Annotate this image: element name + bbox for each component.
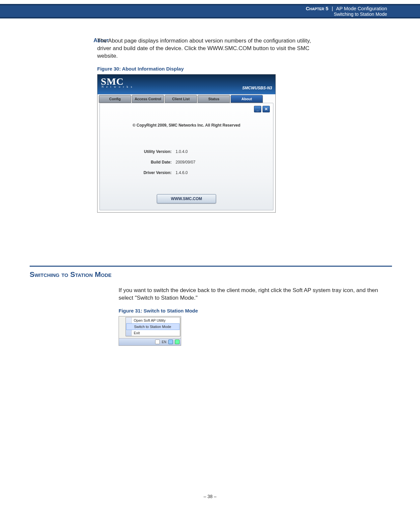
tray-icon[interactable]	[168, 340, 173, 344]
row-build-date: Build Date: 2009/09/07	[136, 160, 209, 164]
utility-version-label: Utility Version:	[136, 149, 176, 154]
page-number: – 38 –	[0, 494, 420, 499]
header-pipe: |	[332, 6, 333, 11]
minimize-button[interactable]: _	[254, 106, 261, 112]
build-date-label: Build Date:	[136, 160, 176, 164]
driver-version-value: 1.4.6.0	[176, 170, 209, 175]
tray-lang: EN	[162, 340, 166, 344]
model-label: SMCWUSBS-N3	[242, 86, 272, 90]
menu-exit[interactable]: Exit	[126, 330, 180, 336]
tab-access-control[interactable]: Access Control	[132, 95, 164, 103]
section-divider	[30, 266, 392, 267]
utility-version-value: 1.0.4.0	[176, 149, 209, 154]
version-grid: Utility Version: 1.0.4.0 Build Date: 200…	[136, 149, 209, 181]
figure-30-caption: Figure 30: About Information Display	[97, 66, 385, 72]
page-header-bar: Chapter 5 | AP Mode Configuration Switch…	[0, 4, 420, 18]
tab-client-list[interactable]: Client List	[165, 95, 197, 103]
about-panel: _ ✕ © CopyRight 2009, SMC Networks Inc. …	[99, 103, 273, 210]
figure-31-caption: Figure 31: Switch to Station Mode	[119, 308, 389, 313]
www-smc-com-button[interactable]: WWW.SMC.COM	[157, 194, 216, 203]
system-tray: EN	[119, 338, 181, 345]
header-title: AP Mode Configuration	[336, 6, 387, 11]
build-date-value: 2009/09/07	[176, 160, 209, 164]
menu-switch-station-mode[interactable]: Switch to Station Mode	[126, 323, 180, 330]
tab-config[interactable]: Config	[99, 95, 131, 103]
about-screenshot: SMC N e t w o r k s SMCWUSBS-N3 Config A…	[97, 74, 276, 213]
switching-section: If you want to switch the device back to…	[119, 287, 389, 346]
chapter-label: Chapter 5	[306, 6, 328, 11]
close-button[interactable]: ✕	[263, 106, 270, 112]
menu-open-soft-ap[interactable]: Open Soft AP Utility	[126, 317, 180, 323]
tab-status[interactable]: Status	[198, 95, 230, 103]
header-subtitle: Switching to Station Mode	[306, 12, 387, 17]
copyright-text: © CopyRight 2009, SMC Networks Inc. All …	[100, 123, 273, 128]
tab-about[interactable]: About	[231, 95, 263, 103]
about-body-text: The About page displays information abou…	[97, 37, 315, 60]
row-utility-version: Utility Version: 1.0.4.0	[136, 149, 209, 154]
context-menu: Open Soft AP Utility Switch to Station M…	[126, 317, 180, 336]
tray-menu-screenshot: Open Soft AP Utility Switch to Station M…	[119, 316, 181, 346]
smc-logo: SMC N e t w o r k s	[101, 76, 133, 88]
smc-logo-subtext: N e t w o r k s	[101, 85, 133, 88]
app-header: SMC N e t w o r k s SMCWUSBS-N3	[98, 74, 275, 94]
header-right-block: Chapter 5 | AP Mode Configuration Switch…	[306, 6, 387, 17]
window-controls: _ ✕	[254, 106, 270, 112]
tab-bar: Config Access Control Client List Status…	[99, 95, 263, 103]
tray-icon[interactable]	[175, 340, 180, 344]
switching-heading: Switching to Station Mode	[30, 270, 112, 279]
switching-body-text: If you want to switch the device back to…	[119, 287, 382, 302]
about-section: The About page displays information abou…	[97, 37, 385, 213]
row-driver-version: Driver Version: 1.4.6.0	[136, 170, 209, 175]
tray-icon[interactable]	[155, 340, 160, 344]
driver-version-label: Driver Version:	[136, 170, 176, 175]
